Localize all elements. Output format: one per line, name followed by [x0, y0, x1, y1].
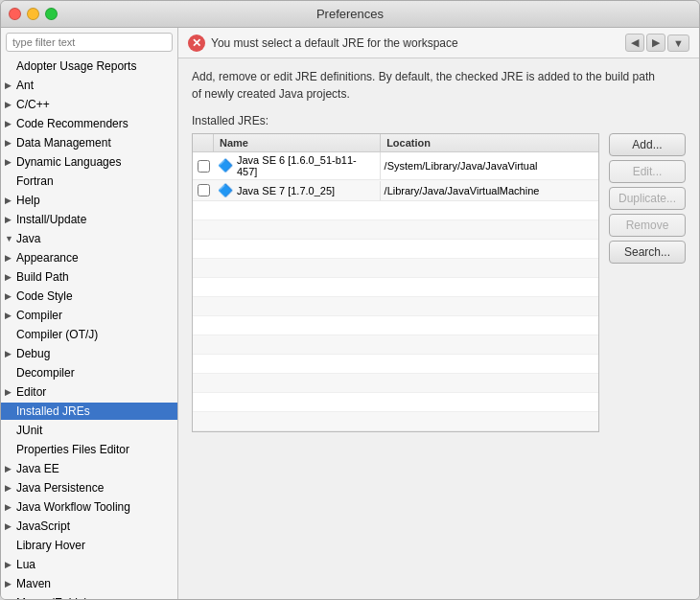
sidebar-item-cpp[interactable]: ▶C/C++: [1, 95, 177, 114]
arrow-icon: ▶: [5, 480, 16, 496]
arrow-icon: ▼: [5, 231, 16, 246]
jre-panel: Name Location 🔷Java SE 6 [1.6.0_51-b11-4…: [192, 133, 686, 432]
window-controls: [9, 8, 58, 20]
arrow-icon: ▶: [5, 288, 16, 304]
side-buttons: Add... Edit... Duplicate... Remove Searc…: [609, 133, 686, 432]
empty-row: [193, 316, 598, 335]
sidebar: Adopter Usage Reports▶Ant▶C/C++▶Code Rec…: [1, 28, 178, 599]
sidebar-item-label: Properties Files Editor: [16, 442, 129, 457]
sidebar-item-label: Maven(Enide): [16, 595, 88, 599]
minimize-button[interactable]: [27, 8, 39, 20]
remove-button[interactable]: Remove: [609, 214, 686, 237]
arrow-icon: ▶: [5, 346, 16, 361]
sidebar-item-compiler-ot[interactable]: Compiler (OT/J): [1, 325, 177, 344]
navigation-buttons: ◀ ▶ ▼: [625, 34, 689, 52]
warning-bar: ✕ You must select a default JRE for the …: [178, 28, 699, 58]
arrow-icon: ▶: [5, 135, 16, 150]
sidebar-item-label: Appearance: [16, 250, 79, 265]
sidebar-item-editor[interactable]: ▶Editor: [1, 382, 177, 402]
sidebar-item-label: Java: [16, 231, 40, 246]
sidebar-item-data-management[interactable]: ▶Data Management: [1, 133, 177, 152]
table-row[interactable]: 🔷Java SE 7 [1.7.0_25]/Library/Java/JavaV…: [193, 180, 598, 201]
arrow-icon: ▶: [5, 519, 16, 534]
sidebar-item-javascript[interactable]: ▶JavaScript: [1, 517, 177, 536]
jre-location: /System/Library/Java/JavaVirtual: [381, 158, 598, 173]
sidebar-item-install-update[interactable]: ▶Install/Update: [1, 210, 177, 229]
arrow-icon: ▶: [5, 499, 16, 515]
column-location: Location: [381, 134, 598, 151]
nav-next-button[interactable]: ▶: [646, 34, 665, 52]
description-text: Add, remove or edit JRE definitions. By …: [192, 68, 686, 103]
window-title: Preferences: [316, 7, 384, 21]
sidebar-item-label: Compiler (OT/J): [16, 327, 98, 342]
sidebar-item-label: Library Hover: [16, 538, 85, 553]
sidebar-item-debug[interactable]: ▶Debug: [1, 344, 177, 363]
sidebar-item-build-path[interactable]: ▶Build Path: [1, 267, 177, 287]
sidebar-item-label: Data Management: [16, 135, 111, 150]
sidebar-item-java-persistence[interactable]: ▶Java Persistence: [1, 478, 177, 497]
sidebar-item-appearance[interactable]: ▶Appearance: [1, 248, 177, 267]
jre-checkbox[interactable]: [198, 160, 210, 173]
sidebar-item-label: Dynamic Languages: [16, 154, 121, 170]
sidebar-item-decompiler[interactable]: Decompiler: [1, 363, 177, 382]
arrow-icon: ▶: [5, 308, 16, 323]
sidebar-item-fortran[interactable]: Fortran: [1, 172, 177, 191]
sidebar-item-ant[interactable]: ▶Ant: [1, 76, 177, 95]
arrow-icon: ▶: [5, 154, 16, 170]
sidebar-item-label: Maven: [16, 576, 51, 591]
sidebar-item-label: Adopter Usage Reports: [16, 58, 136, 74]
empty-row: [193, 393, 598, 412]
sidebar-item-label: Help: [16, 193, 40, 208]
sidebar-item-label: JavaScript: [16, 519, 70, 534]
maximize-button[interactable]: [45, 8, 58, 20]
sidebar-item-maven[interactable]: ▶Maven: [1, 574, 177, 593]
sidebar-item-label: Java Persistence: [16, 480, 104, 496]
duplicate-button[interactable]: Duplicate...: [609, 187, 686, 210]
filter-input[interactable]: [6, 33, 173, 52]
sidebar-item-label: Install/Update: [16, 212, 86, 227]
nav-prev-button[interactable]: ◀: [625, 34, 644, 52]
arrow-icon: ▶: [5, 193, 16, 208]
sidebar-item-help[interactable]: ▶Help: [1, 191, 177, 210]
sidebar-item-maven-enide[interactable]: Maven(Enide): [1, 593, 177, 599]
arrow-icon: ▶: [5, 461, 16, 476]
sidebar-item-label: Editor: [16, 384, 46, 400]
sidebar-item-label: JUnit: [16, 423, 42, 438]
sidebar-item-java-ee[interactable]: ▶Java EE: [1, 459, 177, 478]
sidebar-item-label: Ant: [16, 78, 34, 93]
sidebar-item-code-recommenders[interactable]: ▶Code Recommenders: [1, 114, 177, 133]
sidebar-item-properties-files-editor[interactable]: Properties Files Editor: [1, 440, 177, 459]
sidebar-item-label: C/C++: [16, 97, 50, 112]
warning-icon: ✕: [188, 35, 205, 52]
main-content: ✕ You must select a default JRE for the …: [178, 28, 699, 599]
sidebar-item-installed-jres[interactable]: Installed JREs: [1, 402, 177, 421]
empty-row: [193, 240, 598, 259]
close-button[interactable]: [9, 8, 21, 20]
sidebar-item-dynamic-languages[interactable]: ▶Dynamic Languages: [1, 152, 177, 172]
installed-jres-label: Installed JREs:: [192, 114, 686, 127]
edit-button[interactable]: Edit...: [609, 160, 686, 183]
sidebar-item-label: Build Path: [16, 269, 69, 285]
sidebar-item-lua[interactable]: ▶Lua: [1, 555, 177, 574]
sidebar-item-library-hover[interactable]: Library Hover: [1, 536, 177, 555]
sidebar-item-label: Decompiler: [16, 365, 75, 381]
add-button[interactable]: Add...: [609, 133, 686, 156]
sidebar-item-java-workflow-tooling[interactable]: ▶Java Workflow Tooling: [1, 497, 177, 517]
nav-dropdown-button[interactable]: ▼: [667, 35, 689, 52]
arrow-icon: ▶: [5, 384, 16, 400]
sidebar-item-code-style[interactable]: ▶Code Style: [1, 287, 177, 306]
sidebar-item-label: Code Recommenders: [16, 116, 128, 131]
search-button[interactable]: Search...: [609, 241, 686, 264]
arrow-icon: ▶: [5, 557, 16, 572]
sidebar-item-junit[interactable]: JUnit: [1, 421, 177, 440]
sidebar-item-label: Lua: [16, 557, 35, 572]
table-row[interactable]: 🔷Java SE 6 [1.6.0_51-b11-457]/System/Lib…: [193, 152, 598, 180]
sidebar-item-adopter-usage[interactable]: Adopter Usage Reports: [1, 57, 177, 76]
arrow-icon: ▶: [5, 78, 16, 93]
arrow-icon: ▶: [5, 97, 16, 112]
jre-checkbox[interactable]: [198, 184, 210, 196]
arrow-icon: ▶: [5, 212, 16, 227]
jre-table: Name Location 🔷Java SE 6 [1.6.0_51-b11-4…: [192, 133, 599, 432]
sidebar-item-java[interactable]: ▼Java: [1, 229, 177, 248]
sidebar-item-compiler[interactable]: ▶Compiler: [1, 306, 177, 325]
